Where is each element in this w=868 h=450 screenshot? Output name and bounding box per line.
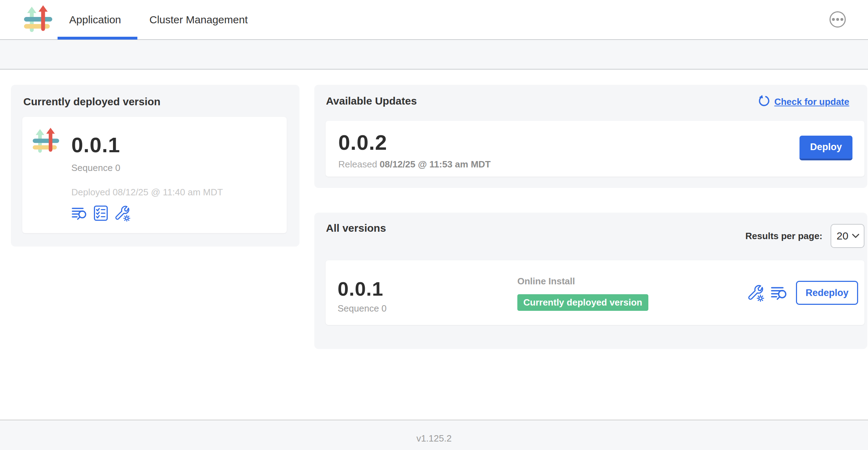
available-updates-title: Available Updates bbox=[326, 95, 417, 107]
update-row: 0.0.2 Released 08/12/25 @ 11:53 am MDT D… bbox=[326, 121, 864, 177]
preflight-checks-icon[interactable] bbox=[93, 205, 109, 221]
release-notes-icon[interactable] bbox=[771, 284, 788, 302]
check-for-update-label: Check for update bbox=[774, 95, 849, 109]
results-per-page-select[interactable]: 20 bbox=[831, 224, 864, 248]
available-updates-card: Available Updates Check for update 0.0.2… bbox=[314, 85, 867, 188]
app-subnav bbox=[0, 40, 868, 70]
kots-admin-console: Application Cluster Management Dashboard… bbox=[0, 0, 868, 450]
ellipsis-icon bbox=[832, 18, 835, 21]
release-notes-icon[interactable] bbox=[71, 205, 88, 221]
edit-config-icon[interactable] bbox=[114, 205, 130, 221]
row-sequence: Sequence 0 bbox=[338, 304, 387, 313]
update-version-number: 0.0.2 bbox=[338, 132, 387, 153]
deployed-card-title: Currently deployed version bbox=[23, 96, 160, 107]
currently-deployed-badge: Currently deployed version bbox=[517, 294, 648, 311]
app-logo-icon bbox=[31, 126, 61, 157]
results-per-page-label: Results per page: bbox=[745, 231, 822, 241]
version-row: 0.0.1 Sequence 0 Online Install Currentl… bbox=[326, 260, 864, 325]
deployed-version-number: 0.0.1 bbox=[71, 135, 120, 156]
check-for-update-link[interactable]: Check for update bbox=[757, 95, 849, 109]
top-navbar: Application Cluster Management bbox=[0, 0, 868, 40]
active-nav-underline bbox=[58, 37, 137, 40]
deployed-sequence: Sequence 0 bbox=[71, 163, 120, 173]
more-menu-button[interactable] bbox=[830, 11, 846, 28]
console-footer: v1.125.2 bbox=[0, 420, 868, 450]
results-per-page-value: 20 bbox=[837, 230, 848, 242]
row-version-number: 0.0.1 bbox=[338, 279, 384, 299]
chevron-down-icon bbox=[852, 233, 860, 239]
install-type-label: Online Install bbox=[517, 277, 648, 286]
nav-tab-cluster-management[interactable]: Cluster Management bbox=[149, 14, 248, 25]
update-released-timestamp: Released 08/12/25 @ 11:53 am MDT bbox=[338, 160, 491, 169]
refresh-icon bbox=[757, 95, 771, 108]
app-logo-icon bbox=[23, 5, 54, 35]
all-versions-card: All versions Results per page: 20 0.0.1 … bbox=[314, 213, 867, 349]
deployed-version-panel: 0.0.1 Sequence 0 Deployed 08/12/25 @ 11:… bbox=[22, 117, 287, 233]
deploy-button[interactable]: Deploy bbox=[799, 136, 852, 160]
all-versions-title: All versions bbox=[326, 223, 386, 234]
currently-deployed-card: Currently deployed version 0.0.1 Sequenc… bbox=[11, 85, 299, 247]
redeploy-button[interactable]: Redeploy bbox=[796, 281, 858, 305]
row-actions: Redeploy bbox=[747, 281, 858, 305]
nav-tab-application[interactable]: Application bbox=[69, 14, 121, 25]
deployed-action-icons bbox=[71, 205, 130, 221]
edit-config-icon[interactable] bbox=[747, 284, 764, 302]
deployed-timestamp: Deployed 08/12/25 @ 11:40 am MDT bbox=[71, 188, 223, 197]
console-version: v1.125.2 bbox=[416, 433, 452, 444]
row-install-info: Online Install Currently deployed versio… bbox=[517, 277, 648, 311]
